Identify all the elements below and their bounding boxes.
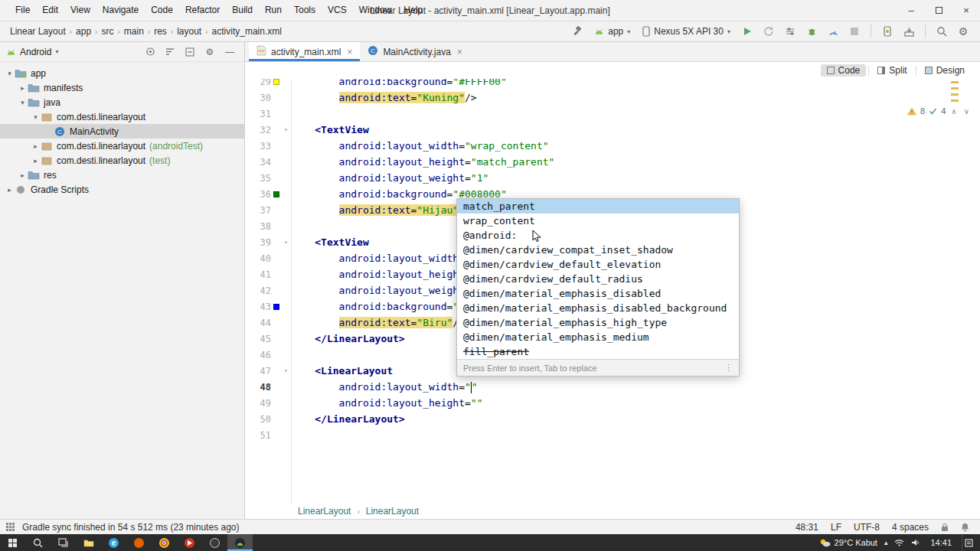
- color-swatch[interactable]: [273, 191, 279, 197]
- sdk-manager-button[interactable]: [900, 23, 918, 40]
- stop-button[interactable]: [845, 23, 864, 40]
- warning-stripe-mark[interactable]: [951, 99, 959, 102]
- warning-stripe-mark[interactable]: [951, 93, 959, 96]
- code-line-31[interactable]: 31: [245, 106, 980, 122]
- breadcrumb-item[interactable]: res: [152, 26, 169, 37]
- code-area[interactable]: 29android:background="#FFFF00"30android:…: [245, 79, 980, 504]
- close-icon[interactable]: ×: [347, 47, 352, 57]
- hide-panel-button[interactable]: —: [223, 45, 237, 59]
- menu-tools[interactable]: Tools: [288, 0, 322, 21]
- completion-item[interactable]: @dimen/cardview_default_radius: [457, 272, 739, 286]
- caret-position-widget[interactable]: 48:31: [795, 522, 818, 533]
- encoding-widget[interactable]: UTF-8: [854, 522, 880, 533]
- inspections-widget[interactable]: 8 4 ∧ ∨: [907, 106, 971, 116]
- completion-item[interactable]: @dimen/material_emphasis_medium: [457, 330, 739, 344]
- debug-button[interactable]: [802, 23, 821, 40]
- breadcrumb-item[interactable]: Linear Layout: [8, 26, 68, 37]
- device-dropdown[interactable]: Nexus 5X API 30 ▾: [638, 24, 735, 38]
- profiler-button[interactable]: [824, 23, 842, 40]
- volume-icon[interactable]: [911, 539, 920, 546]
- wifi-icon[interactable]: [894, 539, 904, 546]
- editor-breadcrumb-item[interactable]: LinearLayout: [295, 506, 354, 517]
- tab-activity-main-xml[interactable]: <>activity_main.xml×: [249, 42, 360, 61]
- browser-chrome-button[interactable]: [152, 534, 177, 551]
- breadcrumb-item[interactable]: layout: [175, 26, 204, 37]
- tree-arrow-icon[interactable]: ▸: [31, 157, 41, 165]
- completion-item[interactable]: match_parent: [457, 199, 739, 214]
- menu-code[interactable]: Code: [145, 0, 179, 21]
- line-ending-widget[interactable]: LF: [831, 522, 841, 533]
- tree-item-java[interactable]: ▾java: [0, 95, 244, 109]
- completion-item[interactable]: wrap_content: [457, 214, 739, 228]
- fold-toggle-icon[interactable]: ▾: [281, 126, 291, 133]
- project-view-selector[interactable]: Android: [20, 47, 51, 57]
- code-line-51[interactable]: 51: [245, 427, 980, 443]
- menu-run[interactable]: Run: [259, 0, 288, 21]
- tree-arrow-icon[interactable]: ▸: [18, 84, 28, 92]
- apply-changes-button[interactable]: [760, 23, 778, 40]
- locate-file-button[interactable]: [143, 45, 157, 59]
- menu-build[interactable]: Build: [226, 0, 259, 21]
- code-line-35[interactable]: 35android:layout_weight="1": [245, 170, 980, 186]
- tree-item-com-desti-linearlayout[interactable]: ▾com.desti.linearlayout: [0, 109, 244, 124]
- menu-edit[interactable]: Edit: [36, 0, 64, 21]
- mode-code[interactable]: Code: [821, 64, 867, 77]
- pinned-app-button-1[interactable]: [177, 534, 202, 551]
- collapse-all-button[interactable]: [183, 45, 197, 59]
- tab-mainactivity-java[interactable]: CMainActivity.java×: [360, 42, 470, 61]
- browser-firefox-button[interactable]: [126, 534, 152, 551]
- run-configuration-dropdown[interactable]: app ▾: [590, 24, 635, 38]
- settings-button[interactable]: ⚙: [954, 23, 972, 40]
- clock[interactable]: 14:41: [927, 538, 955, 547]
- menu-help[interactable]: Help: [397, 0, 429, 21]
- tree-arrow-icon[interactable]: ▾: [18, 99, 28, 106]
- breadcrumb-item[interactable]: activity_main.xml: [210, 26, 284, 37]
- weather-widget[interactable]: 29°C Kabut: [819, 538, 877, 547]
- start-button[interactable]: [0, 534, 25, 551]
- completion-item[interactable]: @dimen/cardview_compat_inset_shadow: [457, 243, 739, 257]
- tree-arrow-icon[interactable]: ▸: [5, 186, 15, 194]
- browser-edge-button[interactable]: e: [101, 534, 126, 551]
- indent-widget[interactable]: 4 spaces: [892, 522, 929, 533]
- color-swatch[interactable]: [273, 304, 279, 310]
- tree-arrow-icon[interactable]: ▸: [18, 171, 28, 179]
- task-view-button[interactable]: [51, 534, 76, 551]
- menu-view[interactable]: View: [64, 0, 96, 21]
- fold-toggle-icon[interactable]: ▾: [281, 367, 291, 374]
- minimize-button[interactable]: –: [897, 0, 925, 21]
- completion-item[interactable]: @dimen/material_emphasis_disabled_backgr…: [457, 301, 739, 315]
- tree-arrow-icon[interactable]: ▾: [31, 113, 41, 121]
- menu-vcs[interactable]: VCS: [322, 0, 353, 21]
- breadcrumb-item[interactable]: src: [99, 26, 116, 37]
- taskbar-search-button[interactable]: [25, 534, 51, 551]
- search-everywhere-button[interactable]: [933, 23, 951, 40]
- file-explorer-button[interactable]: [76, 534, 101, 551]
- close-button[interactable]: ×: [952, 0, 980, 21]
- tree-arrow-icon[interactable]: ▸: [31, 142, 41, 150]
- more-options-icon[interactable]: ⋮: [724, 363, 733, 373]
- apply-code-changes-button[interactable]: [781, 23, 799, 40]
- run-button[interactable]: [738, 23, 756, 40]
- panel-settings-button[interactable]: ⚙: [203, 45, 217, 59]
- breadcrumb-item[interactable]: main: [122, 26, 146, 37]
- tool-window-switcher-icon[interactable]: [6, 523, 15, 531]
- tree-item-com-desti-linearlayout[interactable]: ▸com.desti.linearlayout(test): [0, 153, 244, 168]
- code-line-49[interactable]: 49android:layout_height="": [245, 395, 980, 411]
- code-line-30[interactable]: 30android:text="Kuning"/>: [245, 90, 980, 106]
- tree-item-app[interactable]: ▾app: [0, 66, 244, 80]
- menu-file[interactable]: File: [9, 0, 36, 21]
- code-line-50[interactable]: 50</LinearLayout>: [245, 411, 980, 427]
- maximize-button[interactable]: [925, 0, 952, 21]
- editor-breadcrumb-item[interactable]: LinearLayout: [363, 506, 422, 517]
- code-line-34[interactable]: 34android:layout_height="match_parent": [245, 154, 980, 170]
- action-center-button[interactable]: [962, 534, 975, 551]
- completion-item[interactable]: @dimen/cardview_default_elevation: [457, 257, 739, 272]
- pinned-app-button-2[interactable]: [202, 534, 227, 551]
- menu-window[interactable]: Window: [353, 0, 398, 21]
- code-line-32[interactable]: 32▾<TextView: [245, 122, 980, 138]
- mode-split[interactable]: Split: [871, 64, 913, 77]
- color-swatch[interactable]: [273, 79, 279, 85]
- tree-item-com-desti-linearlayout[interactable]: ▸com.desti.linearlayout(androidTest): [0, 139, 244, 153]
- code-line-48[interactable]: 48android:layout_width="": [245, 379, 980, 395]
- android-studio-taskbar-button[interactable]: [227, 534, 253, 551]
